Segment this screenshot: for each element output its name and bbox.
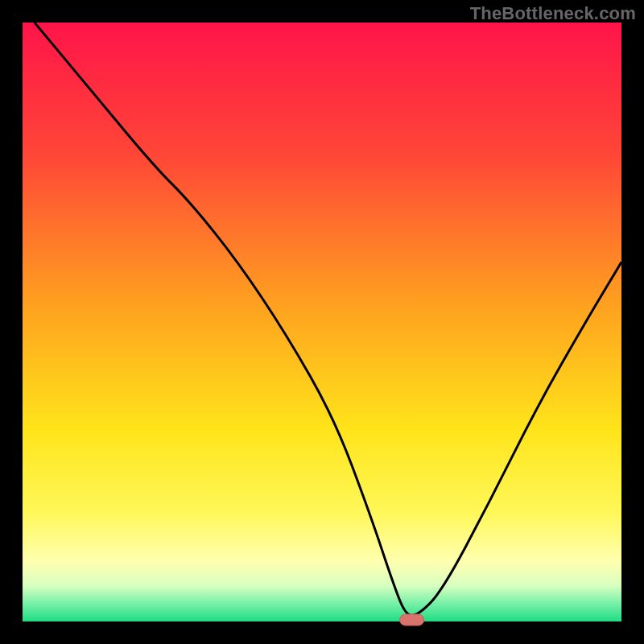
bottleneck-chart <box>0 0 644 644</box>
plot-background <box>23 23 621 621</box>
chart-frame: TheBottleneck.com <box>0 0 644 644</box>
optimal-marker <box>400 614 424 625</box>
watermark-text: TheBottleneck.com <box>470 3 636 24</box>
